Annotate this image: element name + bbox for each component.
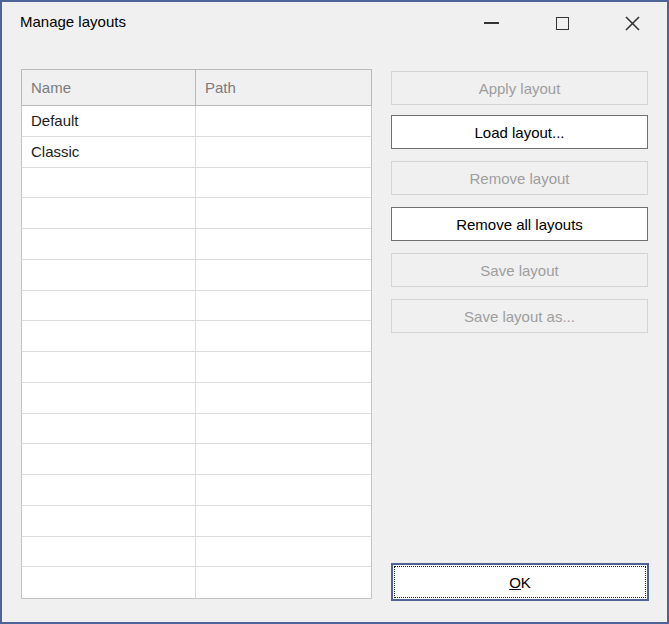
load-layout-button[interactable]: Load layout... — [391, 115, 648, 149]
title-bar[interactable]: Manage layouts — [2, 2, 667, 47]
table-row[interactable] — [22, 444, 371, 475]
cell-path[interactable] — [196, 506, 371, 536]
maximize-button[interactable] — [539, 6, 585, 40]
cell-path[interactable] — [196, 537, 371, 567]
cell-path[interactable] — [196, 321, 371, 351]
table-row[interactable] — [22, 291, 371, 322]
manage-layouts-dialog: Manage layouts Name Path DefaultClassic … — [0, 0, 669, 624]
table-row[interactable] — [22, 567, 371, 598]
table-row[interactable] — [22, 352, 371, 383]
cell-name[interactable] — [22, 414, 196, 444]
cell-path[interactable] — [196, 260, 371, 290]
cell-path[interactable] — [196, 137, 371, 167]
cell-name[interactable] — [22, 444, 196, 474]
table-body: DefaultClassic — [21, 106, 372, 599]
cell-name[interactable] — [22, 168, 196, 198]
table-row[interactable] — [22, 260, 371, 291]
cell-name[interactable] — [22, 198, 196, 228]
cell-name[interactable] — [22, 537, 196, 567]
cell-path[interactable] — [196, 229, 371, 259]
cell-name[interactable] — [22, 506, 196, 536]
table-row[interactable] — [22, 321, 371, 352]
table-row[interactable]: Default — [22, 106, 371, 137]
column-header-name[interactable]: Name — [22, 70, 196, 105]
cell-name[interactable] — [22, 352, 196, 382]
cell-path[interactable] — [196, 383, 371, 413]
remove-all-layouts-button[interactable]: Remove all layouts — [391, 207, 648, 241]
remove-layout-button[interactable]: Remove layout — [391, 161, 648, 195]
table-header: Name Path — [21, 69, 372, 106]
cell-name[interactable] — [22, 229, 196, 259]
cell-path[interactable] — [196, 198, 371, 228]
cell-name[interactable] — [22, 321, 196, 351]
table-row[interactable] — [22, 537, 371, 568]
cell-path[interactable] — [196, 291, 371, 321]
table-row[interactable] — [22, 229, 371, 260]
cell-path[interactable] — [196, 168, 371, 198]
apply-layout-button[interactable]: Apply layout — [391, 71, 648, 105]
cell-path[interactable] — [196, 106, 371, 136]
table-row[interactable] — [22, 198, 371, 229]
close-button[interactable] — [609, 6, 655, 40]
cell-path[interactable] — [196, 352, 371, 382]
save-layout-as-button[interactable]: Save layout as... — [391, 299, 648, 333]
ok-label-mnemonic: O — [509, 574, 521, 591]
minimize-icon — [484, 22, 499, 24]
save-layout-button[interactable]: Save layout — [391, 253, 648, 287]
cell-name[interactable] — [22, 475, 196, 505]
cell-path[interactable] — [196, 414, 371, 444]
table-row[interactable] — [22, 506, 371, 537]
cell-name[interactable] — [22, 260, 196, 290]
window-title: Manage layouts — [20, 13, 126, 30]
cell-name[interactable]: Default — [22, 106, 196, 136]
table-row[interactable] — [22, 414, 371, 445]
minimize-button[interactable] — [468, 6, 514, 40]
cell-path[interactable] — [196, 444, 371, 474]
ok-label-rest: K — [521, 574, 531, 591]
cell-path[interactable] — [196, 475, 371, 505]
column-header-path[interactable]: Path — [196, 70, 371, 105]
table-row[interactable] — [22, 475, 371, 506]
maximize-icon — [556, 17, 569, 30]
table-row[interactable]: Classic — [22, 137, 371, 168]
table-row[interactable] — [22, 383, 371, 414]
table-row[interactable] — [22, 168, 371, 199]
close-icon — [625, 16, 640, 31]
cell-name[interactable]: Classic — [22, 137, 196, 167]
cell-name[interactable] — [22, 291, 196, 321]
cell-name[interactable] — [22, 567, 196, 598]
ok-button[interactable]: OK — [391, 563, 649, 601]
cell-path[interactable] — [196, 567, 371, 598]
layouts-table: Name Path DefaultClassic — [21, 69, 372, 599]
cell-name[interactable] — [22, 383, 196, 413]
